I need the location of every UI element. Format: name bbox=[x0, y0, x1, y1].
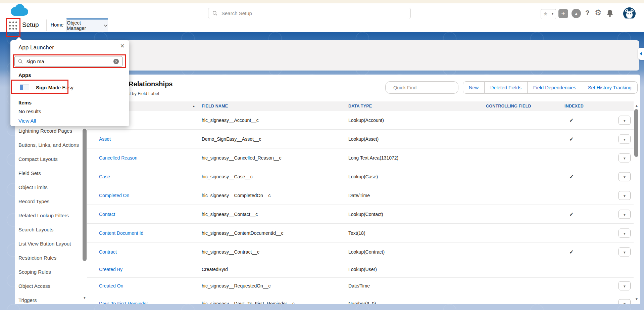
setup-app-label: Setup bbox=[22, 21, 39, 29]
sidebar-item-list-view-button-layout[interactable]: List View Button Layout bbox=[15, 237, 82, 251]
row-actions-dropdown-button[interactable]: ▼ bbox=[618, 134, 631, 143]
sidebar-item-restriction-rules[interactable]: Restriction Rules bbox=[15, 251, 82, 265]
field-label-link[interactable]: Completed On bbox=[99, 193, 129, 198]
row-actions-dropdown-button[interactable]: ▼ bbox=[618, 172, 631, 181]
field-label-link[interactable]: Created On bbox=[99, 283, 123, 289]
data-type-text: Number(3, 0) bbox=[348, 301, 376, 305]
sidebar-item-object-limits[interactable]: Object Limits bbox=[15, 180, 82, 194]
table-scroll-up-icon[interactable]: ▲ bbox=[634, 103, 639, 108]
data-type-text: Long Text Area(131072) bbox=[348, 155, 398, 161]
gear-icon[interactable]: ⚙ bbox=[595, 8, 602, 17]
close-icon[interactable]: × bbox=[120, 42, 125, 50]
help-icon[interactable]: ? bbox=[585, 9, 590, 17]
quick-find-box bbox=[385, 81, 458, 94]
sidebar-item-scoping-rules[interactable]: Scoping Rules bbox=[15, 265, 82, 279]
favorites-caret-button[interactable]: ▼ bbox=[549, 9, 556, 19]
caret-down-icon: ▼ bbox=[623, 156, 626, 160]
caret-down-icon: ▼ bbox=[623, 231, 626, 235]
column-header-field-name[interactable]: FIELD NAME bbox=[202, 104, 228, 108]
collapse-panel-handle[interactable] bbox=[638, 48, 644, 60]
column-header-controlling-field[interactable]: CONTROLLING FIELD bbox=[486, 104, 531, 108]
sidebar-item-field-sets[interactable]: Field Sets bbox=[15, 166, 82, 180]
column-header-indexed[interactable]: INDEXED bbox=[564, 104, 584, 108]
quick-find-input[interactable] bbox=[393, 85, 457, 91]
row-actions-dropdown-button[interactable]: ▼ bbox=[618, 247, 631, 256]
field-label-link[interactable]: Contact bbox=[99, 212, 115, 217]
search-icon bbox=[212, 11, 217, 16]
field-label-link[interactable]: Created By bbox=[99, 267, 122, 272]
view-all-link[interactable]: View All bbox=[18, 118, 36, 124]
sidebar-item-search-layouts[interactable]: Search Layouts bbox=[15, 223, 82, 237]
trailhead-icon[interactable]: ▲ bbox=[572, 9, 581, 18]
clear-search-icon[interactable]: ✕ bbox=[113, 59, 119, 64]
caret-down-icon: ▼ bbox=[623, 175, 626, 179]
bell-icon[interactable] bbox=[606, 9, 614, 17]
row-actions-dropdown-button[interactable]: ▼ bbox=[618, 210, 631, 219]
field-name-text: CreatedById bbox=[202, 267, 228, 272]
set-history-tracking-button[interactable]: Set History Tracking bbox=[582, 81, 638, 94]
row-actions-dropdown-button[interactable]: ▼ bbox=[618, 153, 631, 162]
deleted-fields-button[interactable]: Deleted Fields bbox=[485, 81, 528, 94]
field-name-text: hic_signeasy__CompletedOn__c bbox=[202, 193, 270, 198]
field-dependencies-button[interactable]: Field Dependencies bbox=[528, 81, 582, 94]
sidebar-scroll-down-icon[interactable]: ▼ bbox=[82, 296, 87, 300]
sign-made-easy-logo bbox=[20, 84, 29, 90]
field-label-link[interactable]: Cancelled Reason bbox=[99, 155, 137, 161]
sidebar-item-record-types[interactable]: Record Types bbox=[15, 194, 82, 209]
app-launcher-waffle-icon[interactable] bbox=[9, 21, 18, 30]
field-name-text: hic_signeasy__Contract__c bbox=[202, 249, 259, 255]
indexed-check-icon: ✓ bbox=[566, 211, 577, 217]
global-search-input[interactable] bbox=[221, 10, 406, 16]
favorites-star-button[interactable]: ★ bbox=[541, 9, 550, 19]
indexed-check-icon: ✓ bbox=[566, 249, 577, 255]
column-header-data-type[interactable]: DATA TYPE bbox=[348, 104, 372, 108]
table-action-buttons: New Deleted Fields Field Dependencies Se… bbox=[463, 81, 638, 94]
data-type-text: Lookup(Account) bbox=[348, 118, 384, 123]
field-name-text: Demo_SignEasy__Asset__c bbox=[202, 136, 261, 142]
row-actions-dropdown-button[interactable]: ▼ bbox=[618, 281, 631, 291]
apps-section-heading: Apps bbox=[18, 72, 31, 78]
tab-home[interactable]: Home bbox=[48, 18, 66, 32]
sidebar-item-buttons-links-and-actions[interactable]: Buttons, Links, and Actions bbox=[15, 138, 82, 152]
app-result-match-text: Sign Ma bbox=[36, 85, 55, 90]
table-scrollbar-thumb[interactable] bbox=[634, 109, 638, 157]
quick-create-plus-icon[interactable]: + bbox=[558, 9, 568, 18]
row-actions-dropdown-button[interactable]: ▼ bbox=[618, 116, 631, 125]
new-button[interactable]: New bbox=[463, 81, 485, 94]
data-type-text: Lookup(Contact) bbox=[348, 212, 383, 217]
sort-ascending-icon[interactable]: ▲ bbox=[192, 104, 195, 108]
table-scroll-down-icon[interactable]: ▼ bbox=[634, 297, 639, 302]
table-row: Contacthic_signeasy__Contact__cLookup(Co… bbox=[87, 205, 634, 224]
sidebar-scrollbar-thumb[interactable] bbox=[83, 129, 87, 261]
no-results-text: No results bbox=[18, 108, 41, 114]
tab-object-manager[interactable]: Object Manager bbox=[66, 18, 108, 32]
indexed-check-icon: ✓ bbox=[566, 136, 577, 142]
field-label-link[interactable]: Asset bbox=[99, 136, 111, 142]
data-type-text: Text(18) bbox=[348, 230, 365, 236]
field-name-text: hic_signeasy__Contact__c bbox=[202, 212, 258, 217]
salesforce-setup-page: ★ ▼ + ▲ ? ⚙ Setup Home Object Manager bbox=[0, 0, 644, 310]
data-type-text: Lookup(Contract) bbox=[348, 249, 385, 255]
sidebar-item-compact-layouts[interactable]: Compact Layouts bbox=[15, 152, 82, 166]
field-label-link[interactable]: Days To First Reminder bbox=[99, 301, 148, 305]
chevron-down-icon bbox=[104, 24, 108, 27]
app-launcher-search-input[interactable] bbox=[26, 58, 110, 64]
field-label-link[interactable]: Contract bbox=[99, 249, 117, 255]
caret-down-icon: ▼ bbox=[623, 119, 626, 122]
field-label-link[interactable]: Case bbox=[99, 174, 110, 179]
astro-avatar[interactable] bbox=[623, 7, 636, 20]
field-name-text: hic_signeasy__Cancelled_Reason__c bbox=[202, 155, 281, 161]
sidebar-item-triggers[interactable]: Triggers bbox=[15, 293, 82, 304]
sidebar-item-object-access[interactable]: Object Access bbox=[15, 279, 82, 293]
row-actions-dropdown-button[interactable]: ▼ bbox=[618, 228, 631, 237]
global-header: ★ ▼ + ▲ ? ⚙ bbox=[0, 3, 644, 18]
app-result-sign-made-easy[interactable]: Sign Made Easy bbox=[36, 85, 73, 90]
row-actions-dropdown-button[interactable]: ▼ bbox=[618, 299, 631, 304]
setup-nav-bar: Setup Home Object Manager bbox=[0, 18, 644, 32]
field-name-text: hic_signeasy__RequestedOn__c bbox=[202, 283, 270, 289]
table-row: Created Onhic_signeasy__RequestedOn__cDa… bbox=[87, 278, 634, 294]
field-label-link[interactable]: Content Document Id bbox=[99, 230, 143, 236]
row-actions-dropdown-button[interactable]: ▼ bbox=[618, 191, 631, 200]
data-type-text: Lookup(Asset) bbox=[348, 136, 379, 142]
sidebar-item-related-lookup-filters[interactable]: Related Lookup Filters bbox=[15, 209, 82, 223]
